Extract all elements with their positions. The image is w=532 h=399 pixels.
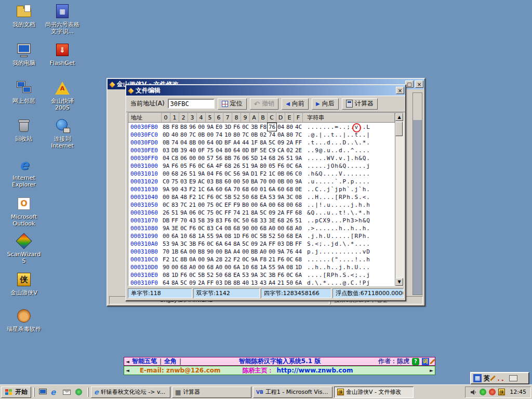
hex-byte[interactable]: F9	[232, 201, 241, 209]
hex-byte[interactable]: 7C	[241, 131, 250, 139]
hex-byte[interactable]: 50	[215, 271, 223, 279]
hex-string[interactable]: .....WV.v.].h&Q.	[303, 154, 395, 162]
hex-string[interactable]: d.\.*....@.C.!Pj	[303, 279, 395, 286]
hex-byte[interactable]: 00	[162, 232, 170, 240]
hex-byte[interactable]: 55	[206, 232, 215, 240]
hex-byte[interactable]: 03	[206, 178, 215, 185]
hex-byte[interactable]: 9A	[294, 178, 303, 185]
hex-byte[interactable]: 68	[223, 271, 232, 279]
hex-byte[interactable]: 0C	[232, 217, 241, 224]
ime-bar-bottom[interactable]: ◄ E-mail: znwb@126.com 陈桥主页： http://www.…	[124, 366, 435, 375]
desktop-icon-connect[interactable]: 连接到 Internet	[44, 117, 81, 149]
hex-byte[interactable]: F2	[232, 256, 241, 263]
hex-byte[interactable]: 0C	[285, 271, 294, 279]
hex-byte[interactable]: 96	[188, 123, 197, 131]
hex-byte[interactable]: 6A	[259, 201, 268, 209]
hex-byte[interactable]: 52	[206, 271, 215, 279]
hex-byte[interactable]: 0B	[276, 178, 285, 185]
hex-byte[interactable]: EA	[294, 232, 303, 240]
hex-byte[interactable]: B8	[215, 178, 223, 185]
hex-byte[interactable]: 00	[197, 256, 206, 263]
hex-byte[interactable]: 80	[285, 123, 294, 131]
hex-byte[interactable]: 33	[259, 217, 268, 224]
hex-byte[interactable]: 68	[206, 263, 215, 271]
pen-icon[interactable]	[430, 358, 435, 364]
hex-byte[interactable]: 5E	[259, 147, 268, 154]
hex-byte[interactable]: 0B	[197, 131, 206, 139]
hex-byte[interactable]: 03	[162, 147, 170, 154]
hex-byte[interactable]: 00	[215, 248, 223, 256]
hex-byte[interactable]: A4	[268, 279, 276, 286]
hex-byte[interactable]: 26	[285, 217, 294, 224]
hex-byte[interactable]: 00	[188, 248, 197, 256]
go-forward-button[interactable]: ◀ 向前	[282, 98, 309, 110]
hex-byte[interactable]: 0E	[294, 185, 303, 193]
help-icon[interactable]: ?	[412, 358, 419, 365]
hex-byte[interactable]: 75	[206, 201, 215, 209]
hex-byte[interactable]: DB	[223, 279, 232, 286]
hex-byte[interactable]: FF	[223, 209, 232, 217]
show-desktop-icon[interactable]	[38, 388, 48, 397]
desktop-icon-computer[interactable]: 我的电脑	[5, 42, 43, 66]
mail-quicklaunch-icon[interactable]	[62, 388, 72, 397]
hex-byte[interactable]: 39	[206, 217, 215, 224]
hex-byte[interactable]: 9A	[294, 154, 303, 162]
hex-byte[interactable]: 8B	[179, 256, 188, 263]
hex-byte[interactable]: 04	[206, 170, 215, 178]
locate-button[interactable]: 定位	[218, 98, 247, 110]
hex-byte[interactable]: 57	[206, 154, 215, 162]
hex-byte[interactable]: 0B	[250, 131, 259, 139]
hex-byte[interactable]: 68	[232, 224, 241, 232]
punctuation-icon[interactable]: ，。	[496, 375, 507, 382]
hex-byte[interactable]: EA	[259, 193, 268, 201]
hex-byte[interactable]: F6	[232, 123, 241, 131]
hex-byte[interactable]: E9	[188, 178, 197, 185]
hex-byte[interactable]: 83	[206, 224, 215, 232]
hex-string[interactable]: ......("....!..h	[303, 256, 395, 263]
hex-byte[interactable]: A4	[232, 248, 241, 256]
dictionary-icon[interactable]: 词	[422, 358, 429, 365]
green-status-icon[interactable]	[480, 389, 486, 395]
hex-byte[interactable]: 75	[206, 147, 215, 154]
editor-scrollbar[interactable]: ▲ ▼	[395, 113, 403, 286]
hex-byte[interactable]: 6A	[170, 232, 179, 240]
hex-string[interactable]: .j.h.U.....[RPh.	[303, 232, 395, 240]
calculator-button[interactable]: 计算器	[342, 98, 378, 110]
hex-byte[interactable]: 83	[170, 201, 179, 209]
volume-icon[interactable]	[470, 389, 477, 396]
hex-byte[interactable]: 80	[179, 131, 188, 139]
hex-string[interactable]: ..h..h..j.h.U...	[303, 263, 395, 271]
hex-byte[interactable]: 9A	[179, 209, 188, 217]
kingsoft-youxia-tray-icon[interactable]: 侠	[498, 389, 505, 395]
hex-byte[interactable]: 06	[241, 154, 250, 162]
editor-titlebar[interactable]: 文件编辑 ×	[126, 85, 405, 96]
hex-byte[interactable]: 5B	[223, 193, 232, 201]
hex-byte[interactable]: BF	[250, 147, 259, 154]
hex-byte[interactable]: 5C	[259, 209, 268, 217]
hex-byte[interactable]: 9A	[276, 193, 285, 201]
taskbar-task-button[interactable]: ▦计算器	[172, 387, 251, 398]
hex-byte[interactable]: 4F	[215, 162, 223, 170]
hex-byte[interactable]: 1C	[268, 170, 276, 178]
hex-byte[interactable]: 5B	[259, 232, 268, 240]
hex-byte[interactable]: B8	[179, 123, 188, 131]
hex-byte[interactable]: 5C	[241, 240, 250, 248]
hex-byte[interactable]: 2E	[294, 147, 303, 154]
desktop-icon-network[interactable]: 网上邻居	[5, 79, 43, 104]
hex-byte[interactable]: 08	[223, 232, 232, 240]
hex-byte[interactable]: 70	[232, 185, 241, 193]
hex-string[interactable]: .t...d...D..\.*.	[303, 139, 395, 147]
hex-byte[interactable]: 90	[206, 248, 215, 256]
hex-byte[interactable]: 68	[268, 154, 276, 162]
hex-byte[interactable]: 22	[223, 256, 232, 263]
hex-byte[interactable]: 03	[215, 279, 223, 286]
hex-byte[interactable]: 00	[197, 263, 206, 271]
hex-byte[interactable]: 08	[294, 193, 303, 201]
hex-string[interactable]: .......=..;.v..L	[303, 123, 395, 131]
ime-fullwidth-mode[interactable]: 全角	[164, 357, 177, 366]
hex-byte[interactable]: 3E	[268, 217, 276, 224]
maximize-button[interactable]: □	[405, 81, 414, 88]
hex-byte[interactable]: 04	[179, 139, 188, 147]
hex-byte[interactable]: 74	[232, 209, 241, 217]
hex-byte[interactable]: 00	[250, 201, 259, 209]
